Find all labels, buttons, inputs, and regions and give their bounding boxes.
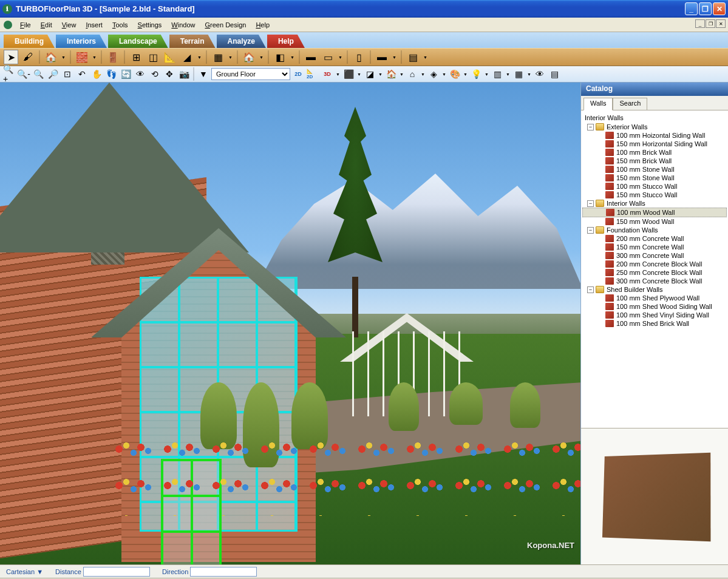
- 3d-viewport[interactable]: Kopona.NET: [0, 83, 580, 564]
- tree-item[interactable]: 100 mm Wood Wall: [582, 208, 727, 217]
- beam-tool-icon[interactable]: ▬: [375, 50, 389, 64]
- dropdown-icon[interactable]: ▼: [526, 72, 532, 76]
- tree-item[interactable]: 200 mm Concrete Wall: [582, 234, 727, 243]
- window-tool-icon[interactable]: ⊞: [129, 50, 143, 64]
- tab-building[interactable]: Building: [4, 35, 55, 48]
- render-icon[interactable]: ◈: [427, 67, 440, 81]
- minimize-button[interactable]: _: [685, 2, 698, 15]
- direction-input[interactable]: [190, 567, 257, 577]
- dropdown-icon[interactable]: ▼: [463, 72, 468, 76]
- collapse-icon[interactable]: −: [587, 200, 594, 207]
- view-filter-icon[interactable]: 👁: [533, 67, 546, 81]
- view-section-icon[interactable]: ◪: [363, 67, 376, 81]
- dropdown-icon[interactable]: ▼: [290, 55, 295, 59]
- wall-tool-icon[interactable]: 🧱: [75, 50, 89, 64]
- collapse-icon[interactable]: −: [587, 227, 594, 234]
- roof-tool-icon[interactable]: 🏠: [242, 50, 256, 64]
- foundation-tool-icon[interactable]: ▬: [304, 50, 318, 64]
- tab-analyze[interactable]: Analyze: [217, 35, 266, 48]
- house-red-icon[interactable]: 🏠: [384, 67, 398, 81]
- dropdown-icon[interactable]: ▼: [228, 55, 233, 59]
- tree-item[interactable]: 100 mm Stucco Wall: [582, 182, 727, 191]
- paint-tool-icon[interactable]: 🖌: [21, 50, 35, 64]
- menu-tools[interactable]: Tools: [108, 20, 132, 30]
- floor-down-icon[interactable]: ▼: [197, 67, 210, 81]
- zoom-out-icon[interactable]: 🔍-: [17, 67, 30, 81]
- catalog-tree[interactable]: Interior Walls −Exterior Walls100 mm Hoi…: [581, 110, 728, 428]
- tree-item[interactable]: 100 mm Shed Plywood Wall: [582, 294, 727, 302]
- tab-terrain[interactable]: Terrain: [169, 35, 216, 48]
- zoom-prev-icon[interactable]: ↶: [75, 67, 89, 81]
- zoom-window-icon[interactable]: 🔍: [32, 67, 45, 81]
- distance-input[interactable]: [83, 567, 150, 577]
- framing-icon[interactable]: ▦: [512, 67, 525, 81]
- walk-icon[interactable]: 👣: [104, 67, 118, 81]
- zoom-realtime-icon[interactable]: 🔎: [46, 67, 60, 81]
- tree-group[interactable]: −Shed Builder Walls: [582, 285, 727, 294]
- tree-item[interactable]: 150 mm Stone Wall: [582, 174, 727, 182]
- floor-tool-icon[interactable]: ▦: [211, 50, 225, 64]
- tree-item[interactable]: 300 mm Concrete Block Wall: [582, 277, 727, 285]
- menu-settings[interactable]: Settings: [134, 20, 166, 30]
- move-icon[interactable]: ✥: [163, 67, 176, 81]
- dropdown-icon[interactable]: ▼: [259, 55, 264, 59]
- dropdown-icon[interactable]: ▼: [356, 72, 362, 76]
- floor-select[interactable]: Ground Floor: [211, 68, 290, 80]
- tab-landscape[interactable]: Landscape: [108, 35, 168, 48]
- stairs-tool-icon[interactable]: 📐: [163, 50, 177, 64]
- ramp-tool-icon[interactable]: ◢: [180, 50, 194, 64]
- select-tool-icon[interactable]: ➤: [4, 50, 18, 64]
- tree-item[interactable]: 300 mm Concrete Wall: [582, 251, 727, 260]
- tree-item[interactable]: 150 mm Concrete Wall: [582, 243, 727, 251]
- tree-item[interactable]: 100 mm Stone Wall: [582, 165, 727, 174]
- dropdown-icon[interactable]: ▼: [338, 55, 343, 59]
- house-outline-icon[interactable]: ⌂: [406, 67, 419, 81]
- tree-item[interactable]: 200 mm Concrete Block Wall: [582, 260, 727, 268]
- tree-item[interactable]: 150 mm Brick Wall: [582, 157, 727, 165]
- tree-item[interactable]: 150 mm Horizontal Siding Wall: [582, 140, 727, 148]
- menu-file[interactable]: File: [16, 20, 35, 30]
- tree-item[interactable]: 150 mm Stucco Wall: [582, 191, 727, 199]
- trim-tool-icon[interactable]: ▤: [406, 50, 420, 64]
- dropdown-icon[interactable]: ▼: [61, 55, 66, 59]
- close-button[interactable]: ✕: [713, 2, 726, 15]
- camera-icon[interactable]: 📷: [177, 67, 191, 81]
- menu-edit[interactable]: Edit: [36, 20, 56, 30]
- dropdown-icon[interactable]: ▼: [420, 72, 426, 76]
- mdi-restore[interactable]: ❐: [706, 19, 715, 28]
- zoom-in-icon[interactable]: 🔍+: [2, 67, 16, 81]
- dropdown-icon[interactable]: ▼: [399, 72, 404, 76]
- tree-item[interactable]: 150 mm Wood Wall: [582, 217, 727, 226]
- reset-icon[interactable]: ⟲: [148, 67, 162, 81]
- dropdown-icon[interactable]: ▼: [484, 72, 489, 76]
- tab-interiors[interactable]: Interiors: [56, 35, 107, 48]
- dropdown-icon[interactable]: ▼: [505, 72, 511, 76]
- dropdown-icon[interactable]: ▼: [378, 72, 383, 76]
- view-2d-designer-icon[interactable]: 📐2D: [306, 67, 319, 81]
- mdi-minimize[interactable]: _: [695, 19, 705, 28]
- menu-view[interactable]: View: [58, 20, 81, 30]
- texture-icon[interactable]: 🎨: [448, 67, 461, 81]
- column-tool-icon[interactable]: ▯: [352, 50, 366, 64]
- maximize-button[interactable]: ❐: [699, 2, 712, 15]
- tree-item[interactable]: 100 mm Hoizontal Siding Wall: [582, 131, 727, 140]
- tree-group[interactable]: −Exterior Walls: [582, 123, 727, 131]
- tree-item[interactable]: 100 mm Shed Vinyl Siding Wall: [582, 311, 727, 319]
- dropdown-icon[interactable]: ▼: [92, 55, 97, 59]
- menu-window[interactable]: Window: [167, 20, 199, 30]
- house-wizard-icon[interactable]: 🏠: [44, 50, 58, 64]
- menu-green-design[interactable]: Green Design: [201, 20, 251, 30]
- slab-tool-icon[interactable]: ▭: [321, 50, 335, 64]
- dropdown-icon[interactable]: ▼: [335, 72, 341, 76]
- tree-group[interactable]: −Interior Walls: [582, 199, 727, 208]
- menu-help[interactable]: Help: [251, 20, 274, 30]
- layers-icon[interactable]: ▤: [548, 67, 561, 81]
- tab-help[interactable]: Help: [267, 35, 305, 48]
- tree-group[interactable]: −Foundation Walls: [582, 226, 727, 234]
- dropdown-icon[interactable]: ▼: [423, 55, 428, 59]
- opening-tool-icon[interactable]: ◫: [146, 50, 160, 64]
- catalog-tab-search[interactable]: Search: [613, 98, 647, 110]
- catalog-tab-walls[interactable]: Walls: [583, 98, 613, 110]
- dropdown-icon[interactable]: ▼: [197, 55, 202, 59]
- light-icon[interactable]: 💡: [469, 67, 483, 81]
